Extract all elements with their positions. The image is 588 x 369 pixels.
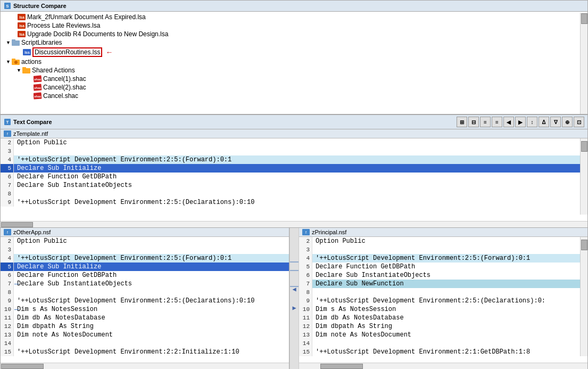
line-code-text: Declare Sub InstantiateObjects: [312, 271, 587, 280]
tree-item-cancel1[interactable]: shacCancel(1).shac: [1, 75, 587, 83]
line-code-text: Dim db As NotesDatabase: [14, 314, 289, 322]
pane-right-hscroll-thumb[interactable]: [320, 364, 363, 369]
tree-item-discussion_routines[interactable]: lssDiscussionRoutines.lss←: [1, 47, 587, 58]
line-number: 9: [299, 297, 312, 305]
line-number: 11: [1, 314, 14, 322]
pane-left-hscroll[interactable]: [1, 363, 289, 369]
line-code-text: Dim dbpath As String: [312, 322, 587, 331]
pane-top-hscroll[interactable]: [1, 221, 587, 227]
line-code-text: '++LotusScript Development Environment:2…: [14, 297, 289, 305]
line-number: 12: [299, 322, 312, 331]
line-code-text: Option Public: [14, 138, 587, 147]
line-number: 2: [1, 138, 14, 147]
line-code-text: [14, 147, 587, 155]
line-code-text: Declare Function GetDBPath: [14, 173, 587, 181]
pane-right-content[interactable]: 2Option Public34'++LotusScript Developme…: [299, 237, 587, 363]
tb-icon-8[interactable]: Δ: [539, 117, 549, 127]
tree-label-discussion_routines: DiscussionRoutines.lss: [32, 47, 102, 57]
tree-item-mark_2f[interactable]: lsaMark_2fUnmark Document As Expired.lsa: [1, 13, 587, 21]
line-number: 11: [299, 314, 312, 322]
line-number: 3: [299, 245, 312, 254]
tree-item-cancel3[interactable]: shacCancel.shac: [1, 92, 587, 100]
tb-icon-9[interactable]: ∇: [550, 117, 561, 127]
structure-compare-icon: S: [4, 2, 11, 10]
tb-icon-11[interactable]: ⊡: [574, 117, 584, 127]
tb-icon-10[interactable]: ⊕: [562, 117, 573, 127]
svg-text:shac: shac: [34, 95, 42, 98]
line-row: 6Declare Sub InstantiateObjects: [299, 271, 587, 280]
tb-icon-7[interactable]: ↕: [527, 117, 537, 127]
line-row: 8: [299, 288, 587, 297]
line-number: 13: [299, 331, 312, 339]
tree-expand-script_libraries[interactable]: ▼: [6, 40, 11, 45]
line-number: 13: [1, 331, 14, 339]
line-number: 2: [1, 237, 14, 245]
line-code-text: [14, 339, 289, 348]
pane-right-header: f zPrincipal.nsf: [299, 228, 587, 237]
right-code-lines: 2Option Public34'++LotusScript Developme…: [299, 237, 587, 356]
line-number: 14: [1, 339, 14, 348]
pane-left-hscroll-thumb[interactable]: [1, 364, 44, 369]
line-code-text: Dim s As NotesSession: [312, 305, 587, 314]
tree-item-actions[interactable]: ▼actions: [1, 58, 587, 66]
line-code-text: '++LotusScript Development Environment:2…: [312, 348, 587, 356]
divider-arrow-left[interactable]: ◀: [292, 285, 296, 293]
line-number: 6: [1, 173, 14, 181]
text-compare-body: f zTemplate.ntf 2Option Public34'++Lotus…: [1, 129, 587, 369]
line-code-text: '++LotusScript Development Environment:2…: [312, 254, 587, 263]
structure-tree[interactable]: lsaMark_2fUnmark Document As Expired.lsa…: [1, 12, 587, 113]
tree-item-process_late[interactable]: lsaProcess Late Reviews.lsa: [1, 21, 587, 30]
line-number: 7: [1, 280, 14, 288]
top-code-lines: 2Option Public34'++LotusScript Developme…: [1, 138, 587, 207]
line-number: 6: [1, 271, 14, 280]
line-number: 9: [1, 297, 14, 305]
line-row: 15'++LotusScript Development Environment…: [299, 348, 587, 356]
tree-label-cancel1: Cancel(1).shac: [43, 75, 86, 83]
tree-item-cancel2[interactable]: shacCancel(2).shac: [1, 83, 587, 92]
line-row: 2Option Public: [299, 237, 587, 245]
tb-icon-1[interactable]: ⊞: [457, 117, 467, 127]
red-arrow: ←: [105, 48, 113, 56]
line-code-text: '++LotusScript Development Environment:2…: [14, 254, 289, 263]
tree-expand-actions[interactable]: ▼: [6, 59, 11, 64]
line-row: 4'++LotusScript Development Environment:…: [299, 254, 587, 263]
line-number: 8: [1, 190, 14, 198]
text-compare-toolbar: ⊞ ⊟ ≡ ≡ ◀ ▶ ↕ Δ ∇ ⊕ ⊡: [457, 117, 584, 127]
svg-text:lsa: lsa: [19, 24, 24, 28]
tb-icon-3[interactable]: ≡: [480, 117, 491, 127]
line-row: 5Declare Function GetDBPath: [299, 263, 587, 271]
pane-left-content[interactable]: 2Option Public34'++LotusScript Developme…: [1, 237, 289, 363]
tb-icon-6[interactable]: ▶: [515, 117, 526, 127]
divider-arrow-right[interactable]: ▶: [292, 304, 296, 312]
structure-scrollbar[interactable]: [580, 13, 587, 114]
line-code-text: Dim db As NotesDatabase: [312, 314, 587, 322]
line-row: 2Option Public: [1, 138, 587, 147]
tb-icon-4[interactable]: ≡: [492, 117, 502, 127]
left-code-lines: 2Option Public34'++LotusScript Developme…: [1, 237, 289, 356]
tree-item-shared_actions[interactable]: ▼Shared Actions: [1, 66, 587, 75]
tree-item-script_libraries[interactable]: ▼ScriptLibraries: [1, 38, 587, 47]
structure-compare-title: Structure Compare: [13, 3, 67, 9]
tree-item-upgrade_doclib[interactable]: lsaUpgrade Doclib R4 Documents to New De…: [1, 30, 587, 38]
tb-icon-2[interactable]: ⊟: [468, 117, 479, 127]
pane-top-content[interactable]: 2Option Public34'++LotusScript Developme…: [1, 138, 587, 221]
pane-right-hscroll[interactable]: [299, 363, 587, 369]
text-compare-icon: T: [4, 118, 11, 126]
pane-top-vscroll[interactable]: [580, 138, 587, 215]
svg-text:S: S: [6, 4, 9, 9]
line-row: 5Declare Sub Initialize: [1, 164, 587, 173]
svg-text:f: f: [7, 231, 8, 234]
pane-top-hscroll-thumb[interactable]: [1, 222, 33, 227]
pane-left-header: f zOtherApp.nsf: [1, 228, 289, 237]
line-row: 12Dim dbpath As String: [1, 322, 289, 331]
line-row: 13Dim note As NotesDocument: [299, 331, 587, 339]
line-number: 5: [1, 263, 14, 271]
pane-divider: ◀ ▶: [289, 228, 299, 369]
tree-expand-shared_actions[interactable]: ▼: [16, 68, 21, 73]
tree-label-mark_2f: Mark_2fUnmark Document As Expired.lsa: [27, 13, 146, 21]
tb-icon-5[interactable]: ◀: [503, 117, 514, 127]
line-code-text: Declare Sub Initialize: [14, 164, 587, 173]
pane-right-vscroll[interactable]: [580, 237, 587, 356]
line-code-text: Declare Function GetDBPath: [14, 271, 289, 280]
pane-bottom: f zOtherApp.nsf 2Option Public34'++Lotus…: [1, 228, 587, 369]
